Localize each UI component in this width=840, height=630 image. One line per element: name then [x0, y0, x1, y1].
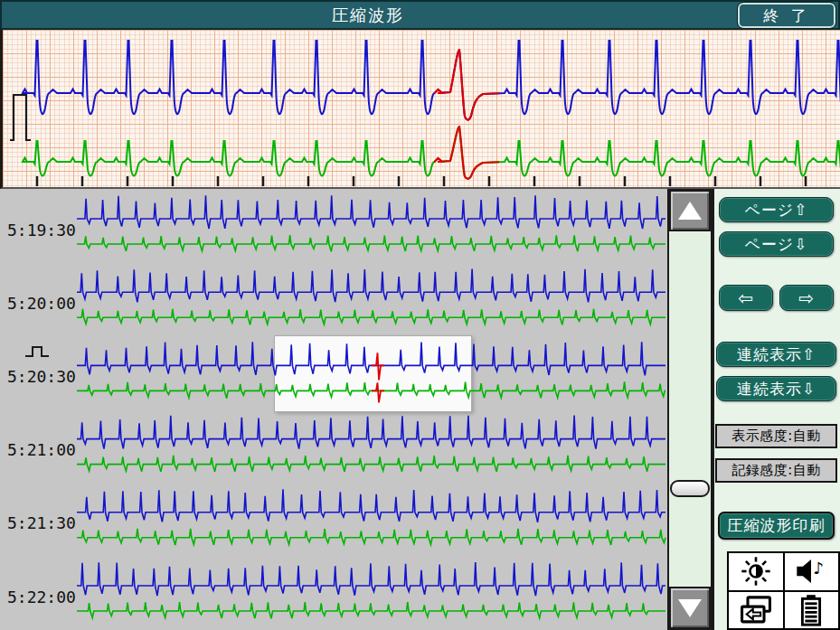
control-panel: ページ⇧ ページ⇩ ⇦ ⇨ 連続表示⇧ 連続表示⇩ 表示感度:自動 記録感度:自…: [713, 189, 840, 630]
brightness-icon: [739, 556, 773, 587]
page-title: 圧縮波形: [2, 2, 734, 28]
scroll-down-button[interactable]: [669, 587, 711, 629]
waveform-area: 5:19:305:20:005:20:305:21:005:21:305:22:…: [0, 189, 667, 630]
exit-button[interactable]: 終 了: [738, 3, 835, 28]
time-label: 5:21:30: [7, 513, 78, 533]
scroll-up-button[interactable]: [669, 190, 711, 231]
scrollbar: [667, 189, 713, 630]
title-bar: 圧縮波形 終 了: [0, 0, 840, 30]
page-down-button[interactable]: ページ⇩: [719, 231, 834, 257]
waveform-rows-traces: [0, 189, 667, 630]
time-label: 5:22:00: [7, 587, 78, 606]
ecg-strip-traces: [3, 30, 840, 187]
time-label: 5:19:30: [7, 220, 78, 240]
page-up-button[interactable]: ページ⇧: [719, 197, 834, 222]
record-sensitivity-button[interactable]: 記録感度:自動: [715, 458, 837, 483]
scrollbar-thumb[interactable]: [670, 480, 710, 497]
battery-button[interactable]: [785, 592, 839, 629]
step-left-button[interactable]: ⇦: [719, 285, 773, 311]
ecg-strip: [0, 30, 840, 189]
recorder-icon: [738, 594, 774, 626]
time-label: 5:20:00: [7, 293, 78, 313]
time-label: 5:20:30: [7, 366, 78, 386]
sound-button[interactable]: ♪: [785, 553, 839, 590]
print-compressed-waveform-button[interactable]: 圧縮波形印刷: [718, 512, 835, 540]
recorder-button[interactable]: [729, 592, 783, 629]
speaker-icon: ♪: [794, 556, 828, 587]
battery-icon: [796, 594, 826, 626]
display-sensitivity-button[interactable]: 表示感度:自動: [715, 424, 837, 448]
up-triangle-icon: [678, 202, 702, 220]
event-pulse-icon: [24, 344, 52, 359]
svg-text:♪: ♪: [814, 559, 825, 578]
device-icon-buttons: ♪: [727, 551, 840, 630]
down-triangle-icon: [678, 599, 702, 617]
brightness-button[interactable]: [729, 553, 783, 590]
step-right-button[interactable]: ⇨: [779, 285, 834, 311]
time-label: 5:21:00: [7, 440, 78, 460]
continuous-display-down-button[interactable]: 連続表示⇩: [716, 376, 836, 401]
continuous-display-up-button[interactable]: 連続表示⇧: [716, 342, 836, 367]
